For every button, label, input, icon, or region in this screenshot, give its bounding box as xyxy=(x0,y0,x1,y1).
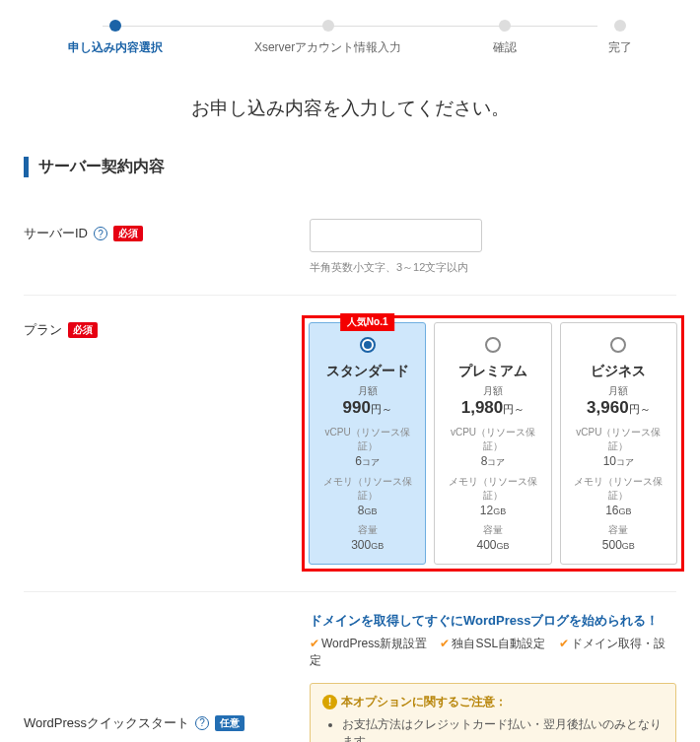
server-id-label: サーバーID xyxy=(24,225,88,242)
plan-monthly-label: 月額 xyxy=(443,384,542,398)
row-wp-quickstart: WordPressクイックスタート ? 任意 （WordPressの一括設定無料… xyxy=(24,592,676,742)
spec-vcpu-val: 8コア xyxy=(443,454,542,469)
spec-vcpu-label: vCPU（リソース保証） xyxy=(443,426,542,453)
spec-vcpu-val: 10コア xyxy=(569,454,668,469)
section-header: サーバー契約内容 xyxy=(24,157,676,177)
step-label: 申し込み内容選択 xyxy=(68,39,163,56)
step-1: 申し込み内容選択 xyxy=(68,20,163,56)
row-server-id: サーバーID ? 必須 半角英数小文字、3～12文字以内 xyxy=(24,199,676,296)
wp-label: WordPressクイックスタート xyxy=(24,714,189,732)
radio-icon xyxy=(610,337,626,353)
step-dot-icon xyxy=(499,20,511,32)
plan-highlight: 人気No.1 スタンダード 月額 990円～ vCPU（リソース保証） 6コア … xyxy=(302,315,684,572)
step-dot-icon xyxy=(322,20,334,32)
stepper: 申し込み内容選択 Xserverアカウント情報入力 確認 完了 xyxy=(24,20,676,56)
plan-card-standard[interactable]: 人気No.1 スタンダード 月額 990円～ vCPU（リソース保証） 6コア … xyxy=(309,322,426,565)
step-4: 完了 xyxy=(608,20,632,56)
required-badge: 必須 xyxy=(113,226,143,241)
step-dot-icon xyxy=(614,20,626,32)
spec-mem-label: メモリ（リソース保証） xyxy=(569,475,668,503)
spec-mem-val: 12GB xyxy=(443,504,542,517)
step-3: 確認 xyxy=(493,20,517,56)
plan-price: 3,960円～ xyxy=(569,398,668,418)
step-label: 完了 xyxy=(608,39,632,56)
radio-icon xyxy=(360,337,376,353)
warning-icon: ! xyxy=(322,695,337,709)
required-badge: 必須 xyxy=(68,322,98,338)
spec-cap-val: 500GB xyxy=(569,538,668,552)
server-id-input[interactable] xyxy=(310,219,482,252)
step-dot-icon xyxy=(109,20,121,32)
notice-item: お支払方法はクレジットカード払い・翌月後払いのみとなります。 xyxy=(342,716,664,742)
wp-features: ✔WordPress新規設置 ✔独自SSL自動設定 ✔ドメイン取得・設定 xyxy=(310,636,676,669)
plan-label: プラン xyxy=(24,321,62,339)
spec-mem-val: 16GB xyxy=(569,504,668,517)
plan-name: プレミアム xyxy=(443,363,542,380)
step-label: 確認 xyxy=(493,39,517,56)
wp-lead: ドメインを取得してすぐにWordPressブログを始められる！ xyxy=(310,612,676,630)
spec-vcpu-val: 6コア xyxy=(317,454,417,469)
check-icon: ✔ xyxy=(559,637,569,650)
spec-mem-label: メモリ（リソース保証） xyxy=(443,475,542,503)
plan-card-business[interactable]: ビジネス 月額 3,960円～ vCPU（リソース保証） 10コア メモリ（リソ… xyxy=(560,322,677,565)
help-icon[interactable]: ? xyxy=(94,227,107,240)
row-plan: プラン 必須 人気No.1 スタンダード 月額 990円～ vCPU（リソース保… xyxy=(24,296,676,592)
server-id-hint: 半角英数小文字、3～12文字以内 xyxy=(310,260,676,275)
plan-monthly-label: 月額 xyxy=(317,384,417,398)
plan-monthly-label: 月額 xyxy=(569,384,668,398)
spec-vcpu-label: vCPU（リソース保証） xyxy=(569,426,668,453)
spec-cap-label: 容量 xyxy=(443,523,542,537)
plan-price: 990円～ xyxy=(317,398,417,418)
notice-head: !本オプションに関するご注意： xyxy=(322,694,664,710)
spec-cap-label: 容量 xyxy=(317,523,417,537)
plan-name: スタンダード xyxy=(317,363,417,380)
step-2: Xserverアカウント情報入力 xyxy=(254,20,401,56)
spec-vcpu-label: vCPU（リソース保証） xyxy=(317,426,417,453)
spec-cap-val: 400GB xyxy=(443,538,542,552)
check-icon: ✔ xyxy=(440,637,450,650)
help-icon[interactable]: ? xyxy=(195,716,209,730)
radio-icon xyxy=(485,337,501,353)
plan-price: 1,980円～ xyxy=(443,398,542,418)
spec-cap-val: 300GB xyxy=(317,538,417,552)
spec-mem-val: 8GB xyxy=(317,504,417,517)
plan-card-premium[interactable]: プレミアム 月額 1,980円～ vCPU（リソース保証） 8コア メモリ（リソ… xyxy=(434,322,551,565)
optional-badge: 任意 xyxy=(215,715,245,731)
spec-mem-label: メモリ（リソース保証） xyxy=(317,475,417,503)
check-icon: ✔ xyxy=(310,637,319,650)
step-label: Xserverアカウント情報入力 xyxy=(254,39,401,56)
popular-badge: 人気No.1 xyxy=(340,313,395,331)
page-title: お申し込み内容を入力してください。 xyxy=(24,96,676,121)
spec-cap-label: 容量 xyxy=(569,523,668,537)
notice-box: !本オプションに関するご注意： お支払方法はクレジットカード払い・翌月後払いのみ… xyxy=(310,683,676,742)
plan-name: ビジネス xyxy=(569,363,668,380)
